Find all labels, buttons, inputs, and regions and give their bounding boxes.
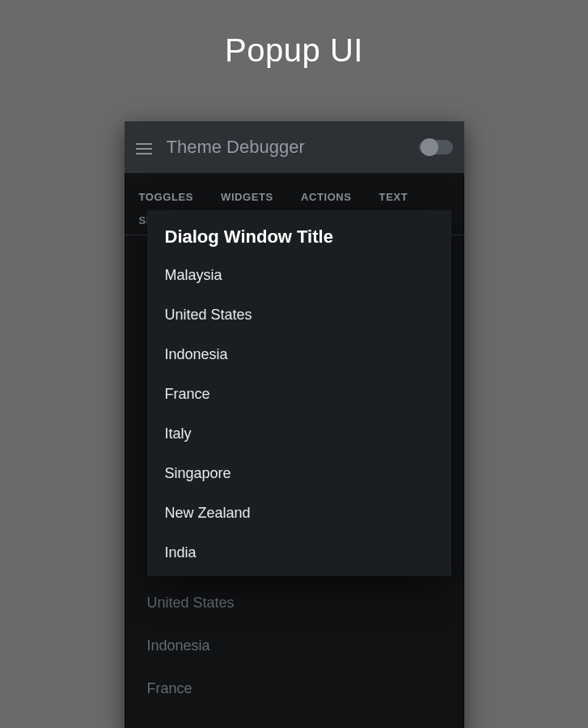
background-list: United States Indonesia France <box>125 575 464 710</box>
tab-row: TOGGLES WIDGETS ACTIONS TEXT <box>125 173 464 214</box>
dialog-option-india[interactable]: India <box>147 533 451 573</box>
menu-icon[interactable] <box>136 140 152 154</box>
dialog-option-singapore[interactable]: Singapore <box>147 454 451 493</box>
dialog-popup: Dialog Window Title Malaysia United Stat… <box>147 210 451 576</box>
page-title: Popup UI <box>0 0 588 69</box>
app-bar: Theme Debugger <box>125 121 464 173</box>
list-item[interactable]: France <box>144 667 445 710</box>
list-item[interactable]: Indonesia <box>144 624 445 667</box>
dialog-option-new-zealand[interactable]: New Zealand <box>147 493 451 533</box>
dialog-title: Dialog Window Title <box>147 223 451 256</box>
tab-widgets[interactable]: WIDGETS <box>221 191 273 203</box>
app-title: Theme Debugger <box>167 137 404 158</box>
list-item[interactable]: United States <box>144 582 445 624</box>
dialog-option-indonesia[interactable]: Indonesia <box>147 335 451 375</box>
phone-frame: Theme Debugger TOGGLES WIDGETS ACTIONS T… <box>125 121 464 728</box>
tab-actions[interactable]: ACTIONS <box>301 191 352 203</box>
tab-text[interactable]: TEXT <box>379 191 408 203</box>
dialog-option-italy[interactable]: Italy <box>147 414 451 454</box>
tab-toggles[interactable]: TOGGLES <box>139 191 194 203</box>
dialog-option-united-states[interactable]: United States <box>147 295 451 335</box>
theme-toggle[interactable] <box>419 140 453 154</box>
dialog-option-malaysia[interactable]: Malaysia <box>147 256 451 295</box>
dialog-option-france[interactable]: France <box>147 375 451 414</box>
